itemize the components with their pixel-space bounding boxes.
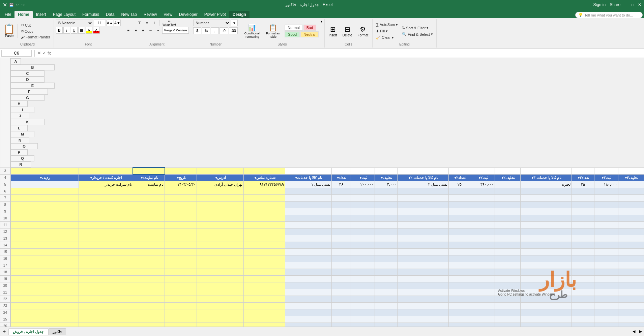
th-D[interactable]: تاریخ▾ <box>165 174 197 181</box>
r19-I[interactable] <box>351 275 375 282</box>
r3-A[interactable] <box>10 167 79 174</box>
r18-C[interactable] <box>133 269 165 275</box>
r26-H[interactable] <box>331 323 351 327</box>
r13-I[interactable] <box>351 235 375 242</box>
r9-L[interactable] <box>448 208 471 215</box>
r10-G[interactable] <box>285 215 331 221</box>
r5-O[interactable]: لجیره <box>521 181 572 188</box>
r8-D[interactable] <box>165 201 197 208</box>
r8-L[interactable] <box>448 201 471 208</box>
r5-G[interactable]: پستی مدل ۱ <box>285 181 331 188</box>
r21-F[interactable] <box>244 289 285 296</box>
r26-K[interactable] <box>397 323 448 327</box>
r3-D[interactable] <box>165 167 197 174</box>
r17-O[interactable] <box>521 262 572 269</box>
r15-E[interactable] <box>197 248 244 255</box>
r16-I[interactable] <box>351 255 375 262</box>
r8-Q[interactable] <box>594 201 618 208</box>
sort-filter-btn[interactable]: ⇅ Sort & Filter ▾ <box>401 25 434 31</box>
r25-L[interactable] <box>448 316 471 323</box>
decrease-decimal-btn[interactable]: .0 <box>219 27 228 34</box>
r14-O[interactable] <box>521 242 572 248</box>
r22-F[interactable] <box>244 296 285 302</box>
r14-M[interactable] <box>471 242 495 248</box>
r24-R[interactable] <box>618 309 644 316</box>
r12-R[interactable] <box>618 228 644 235</box>
format-as-table-btn[interactable]: 📋 Format as Table <box>263 23 283 39</box>
th-A[interactable]: ردیف▾ <box>10 174 79 181</box>
r8-M[interactable] <box>471 201 495 208</box>
r17-E[interactable] <box>197 262 244 269</box>
r13-H[interactable] <box>331 235 351 242</box>
r23-E[interactable] <box>197 302 244 309</box>
r26-B[interactable] <box>79 323 133 327</box>
r11-R[interactable] <box>618 221 644 228</box>
excel-table-wrapper[interactable]: بازار طرح Activate WindowsGo to PC setti… <box>0 58 644 327</box>
save-icon[interactable]: 💾 <box>9 3 14 7</box>
r5-M[interactable]: ۳۶۰,۰۰۰ <box>471 181 495 188</box>
sheet-tab-2[interactable]: فاکتور <box>48 328 66 335</box>
r25-R[interactable] <box>618 316 644 323</box>
r7-Q[interactable] <box>594 194 618 201</box>
r5-L[interactable]: ۲۵ <box>448 181 471 188</box>
r23-P[interactable] <box>572 302 594 309</box>
r10-A[interactable] <box>10 215 79 221</box>
r11-F[interactable] <box>244 221 285 228</box>
r6-H[interactable] <box>331 188 351 194</box>
r11-B[interactable] <box>79 221 133 228</box>
r5-P[interactable]: ۲۵ <box>572 181 594 188</box>
r20-K[interactable] <box>397 282 448 289</box>
insert-btn[interactable]: ⊞ Insert <box>327 25 339 38</box>
r17-B[interactable] <box>79 262 133 269</box>
fill-color-btn[interactable]: A <box>86 27 92 34</box>
r16-D[interactable] <box>165 255 197 262</box>
r25-M[interactable] <box>471 316 495 323</box>
col-header-L[interactable]: L <box>11 125 28 131</box>
wrap-text-btn[interactable]: ⇔ Wrap Text <box>161 20 178 26</box>
r18-N[interactable] <box>495 269 521 275</box>
r19-F[interactable] <box>244 275 285 282</box>
r14-R[interactable] <box>618 242 644 248</box>
col-header-F[interactable]: F <box>11 89 48 95</box>
r25-P[interactable] <box>572 316 594 323</box>
r5-Q[interactable]: ۱۸۰,۰۰۰ <box>594 181 618 188</box>
r26-I[interactable] <box>351 323 375 327</box>
col-header-Q[interactable]: Q <box>11 155 34 161</box>
r17-A[interactable] <box>10 262 79 269</box>
r17-D[interactable] <box>165 262 197 269</box>
r16-C[interactable] <box>133 255 165 262</box>
r10-P[interactable] <box>572 215 594 221</box>
r12-A[interactable] <box>10 228 79 235</box>
r6-J[interactable] <box>375 188 398 194</box>
r6-R[interactable] <box>618 188 644 194</box>
r22-O[interactable] <box>521 296 572 302</box>
r10-I[interactable] <box>351 215 375 221</box>
r22-D[interactable] <box>165 296 197 302</box>
increase-indent-btn[interactable]: → <box>155 27 162 34</box>
r23-C[interactable] <box>133 302 165 309</box>
r22-Q[interactable] <box>594 296 618 302</box>
find-select-btn[interactable]: 🔍 Find & Select ▾ <box>401 31 434 37</box>
r20-M[interactable] <box>471 282 495 289</box>
r3-K[interactable] <box>397 167 448 174</box>
r9-H[interactable] <box>331 208 351 215</box>
r17-N[interactable] <box>495 262 521 269</box>
r13-R[interactable] <box>618 235 644 242</box>
r9-E[interactable] <box>197 208 244 215</box>
style-normal[interactable]: Normal <box>285 25 302 31</box>
confirm-formula-btn[interactable]: ✓ <box>42 51 46 56</box>
r5-R[interactable] <box>618 181 644 188</box>
r16-E[interactable] <box>197 255 244 262</box>
r13-F[interactable] <box>244 235 285 242</box>
r11-H[interactable] <box>331 221 351 228</box>
r15-L[interactable] <box>448 248 471 255</box>
r19-D[interactable] <box>165 275 197 282</box>
name-box[interactable] <box>1 50 32 57</box>
r15-M[interactable] <box>471 248 495 255</box>
r13-M[interactable] <box>471 235 495 242</box>
r24-G[interactable] <box>285 309 331 316</box>
th-K[interactable]: نام کالا یا خدمات ۲▾ <box>397 174 448 181</box>
r21-E[interactable] <box>197 289 244 296</box>
r26-F[interactable] <box>244 323 285 327</box>
tell-me-bar[interactable]: 💡 Tell me what you want to do... <box>575 12 643 18</box>
